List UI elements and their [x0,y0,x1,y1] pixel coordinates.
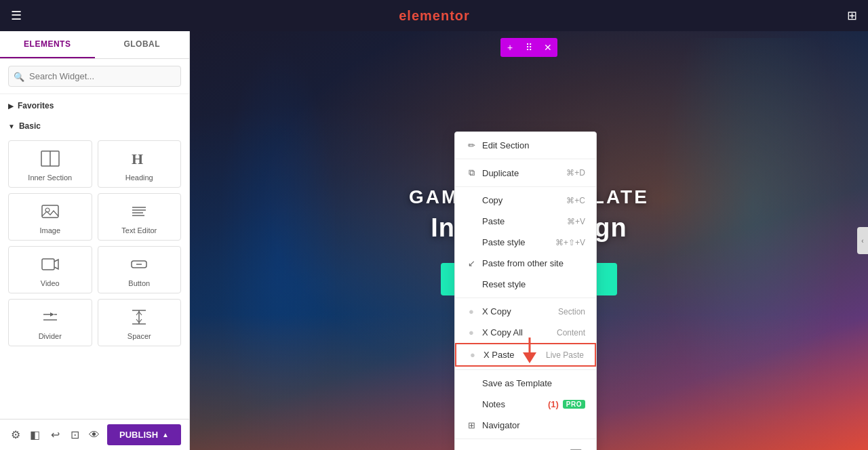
search-icon: 🔍 [14,71,24,81]
svg-marker-13 [50,312,54,316]
ctx-x-copy-all-sublabel: Content [557,328,585,338]
ctx-x-copy-all-label: X Copy All [482,327,523,338]
widgets-grid: Inner Section H Heading [0,135,189,352]
ctx-notes[interactable]: Notes (1) PRO [455,394,596,415]
responsive-icon[interactable]: ⊡ [68,424,82,446]
search-bar: 🔍 [0,59,189,94]
svg-rect-9 [42,259,54,270]
widget-button-label: Button [128,279,150,287]
ctx-paste-shortcut: ⌘+V [567,217,585,226]
ctx-paste[interactable]: Paste ⌘+V [455,211,596,232]
button-icon [130,256,149,275]
ctx-copy-label: Copy [482,195,502,205]
hamburger-menu-icon[interactable]: ☰ [11,8,22,23]
ctx-edit-section[interactable]: ✏ Edit Section [455,135,596,156]
svg-rect-3 [42,205,58,218]
canvas-area: + ⠿ ✕ GAMESITE TEMPLATE ing Site Design … [190,31,868,450]
ctx-x-paste-label: X Paste [484,350,515,360]
widget-image[interactable]: Image [8,193,92,241]
ctx-duplicate-label: Duplicate [482,168,519,178]
ctx-duplicate[interactable]: ⧉ Duplicate ⌘+D [455,162,596,184]
ctx-paste-other[interactable]: ↙ Paste from other site [455,253,596,274]
search-input[interactable] [8,66,181,87]
paste-other-icon: ↙ [466,258,477,268]
main-layout: ELEMENTS GLOBAL 🔍 ▶ Favorites ▼ Basic [0,31,868,450]
section-toolbar: + ⠿ ✕ [500,38,557,57]
x-paste-circle-icon: ● [467,350,478,360]
ctx-duplicate-shortcut: ⌘+D [566,168,585,178]
ctx-reset-style[interactable]: Reset style [455,274,596,295]
widget-button[interactable]: Button [98,246,182,293]
section-add-button[interactable]: + [500,38,519,57]
basic-section[interactable]: ▼ Basic [0,115,189,135]
navigator-icon: ⊞ [466,420,477,430]
heading-icon: H [130,150,149,169]
ctx-edit-section-label: Edit Section [482,140,529,150]
sidebar-collapse-handle[interactable]: ‹ [857,227,868,254]
widget-divider-label: Divider [39,332,62,340]
ctx-x-copy[interactable]: ● X Copy Section [455,301,596,322]
ctx-navigator[interactable]: ⊞ Navigator [455,415,596,436]
ctx-paste-style-label: Paste style [482,237,526,247]
history-icon[interactable]: ↩ [47,424,62,446]
tab-global[interactable]: GLOBAL [95,31,190,58]
widget-inner-section[interactable]: Inner Section [8,140,92,188]
collapse-icon: ‹ [861,237,863,245]
ctx-x-paste[interactable]: ● X Paste Live Paste [455,343,596,367]
sidebar: ELEMENTS GLOBAL 🔍 ▶ Favorites ▼ Basic [0,31,190,450]
spacer-icon [130,309,149,328]
publish-button[interactable]: PUBLISH ▲ [107,424,181,445]
ctx-save-template[interactable]: Save as Template [455,373,596,394]
red-arrow-indicator [519,338,540,367]
ctx-x-paste-sublabel: Live Paste [546,350,584,360]
duplicate-icon: ⧉ [466,167,477,178]
basic-arrow-icon: ▼ [8,123,15,130]
widget-image-label: Image [39,226,60,234]
ctx-delete-shortcut: ⌦ [570,447,585,450]
widget-heading-label: Heading [125,173,153,182]
ctx-copy-shortcut: ⌘+C [566,196,585,205]
publish-label: PUBLISH [119,430,158,440]
ctx-divider-1 [455,159,596,159]
image-icon [41,203,60,222]
ctx-divider-4 [455,369,596,370]
ctx-divider-3 [455,298,596,298]
ctx-copy[interactable]: Copy ⌘+C [455,190,596,211]
x-copy-all-circle-icon: ● [466,327,477,338]
ctx-notes-pro-badge: PRO [563,400,585,409]
section-move-button[interactable]: ⠿ [519,38,538,57]
preview-icon[interactable]: 👁 [87,424,102,446]
widget-video[interactable]: Video [8,246,92,293]
grid-icon[interactable]: ⊞ [847,8,857,23]
x-copy-circle-icon: ● [466,306,477,316]
ctx-notes-label: Notes [482,399,505,409]
ctx-paste-other-label: Paste from other site [482,258,564,268]
divider-icon [41,309,60,328]
widget-video-label: Video [41,279,60,287]
inner-section-icon [41,150,60,169]
svg-text:H: H [132,150,143,167]
section-close-button[interactable]: ✕ [538,38,557,57]
widget-text-editor-label: Text Editor [121,226,157,234]
settings-icon[interactable]: ⚙ [8,424,22,446]
ctx-x-copy-label: X Copy [482,306,511,316]
svg-marker-20 [523,352,536,363]
layers-icon[interactable]: ◧ [28,424,42,446]
text-editor-icon [130,203,149,222]
ctx-paste-style[interactable]: Paste style ⌘+⇧+V [455,232,596,253]
basic-label: Basic [19,121,41,131]
widget-heading[interactable]: H Heading [98,140,182,188]
context-menu: ✏ Edit Section ⧉ Duplicate ⌘+D Copy [454,131,597,450]
widget-spacer[interactable]: Spacer [98,299,182,346]
ctx-reset-style-label: Reset style [482,279,526,289]
ctx-notes-count: (1) [548,399,559,409]
widget-divider[interactable]: Divider [8,299,92,346]
ctx-delete[interactable]: 🗑 Delete ⌦ [455,442,596,450]
video-icon [41,256,60,275]
ctx-notes-badges: (1) PRO [548,399,585,409]
bottom-bar: ⚙ ◧ ↩ ⊡ 👁 PUBLISH ▲ [0,419,189,450]
ctx-paste-style-shortcut: ⌘+⇧+V [555,238,585,247]
tab-elements[interactable]: ELEMENTS [0,31,95,58]
favorites-section[interactable]: ▶ Favorites [0,94,189,115]
widget-text-editor[interactable]: Text Editor [98,193,182,241]
